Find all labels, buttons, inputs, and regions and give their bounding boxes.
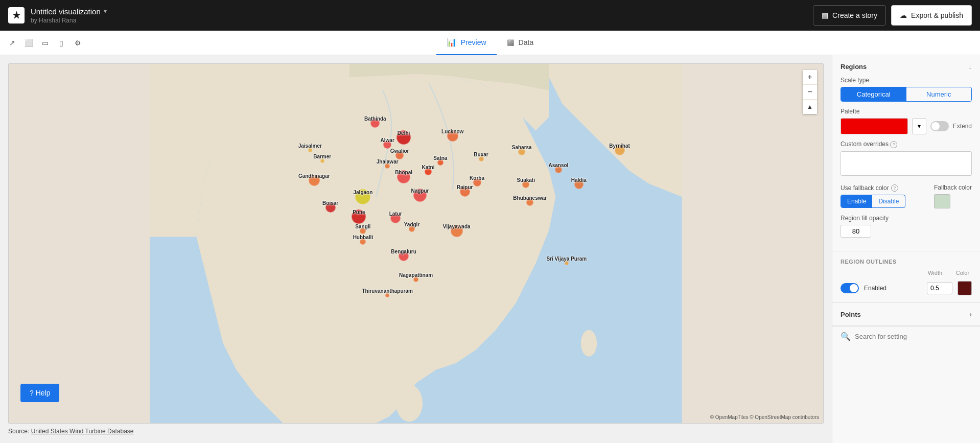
search-bar: 🔍 bbox=[832, 326, 980, 346]
city-bubble bbox=[555, 166, 562, 173]
city-bubble bbox=[447, 130, 458, 142]
help-button[interactable]: ? Help bbox=[20, 384, 59, 402]
search-icon: 🔍 bbox=[841, 332, 851, 341]
right-panel: Regions ↓ Scale type Categorical Numeric… bbox=[832, 55, 980, 443]
palette-controls: ▾ Extend bbox=[841, 118, 972, 134]
extend-label: Extend bbox=[953, 123, 972, 130]
app-logo: ★ bbox=[8, 7, 25, 24]
author-label: by Harshal Rana bbox=[31, 17, 807, 24]
scroll-down-icon: ↓ bbox=[968, 62, 972, 71]
points-label: Points bbox=[841, 311, 861, 318]
outlines-enabled-label: Enabled bbox=[864, 285, 886, 292]
source-link[interactable]: United States Wind Turbine Database bbox=[31, 428, 134, 435]
bubbles-container: BathindaDelhiAlwarJaisalmerBarmerGwalior… bbox=[9, 64, 823, 423]
data-tab-icon: ▦ bbox=[507, 37, 515, 47]
search-input[interactable] bbox=[855, 333, 972, 340]
city-bubble bbox=[395, 151, 404, 159]
map-controls: + − ▲ bbox=[803, 70, 817, 114]
map-area: BathindaDelhiAlwarJaisalmerBarmerGwalior… bbox=[0, 55, 832, 443]
points-section[interactable]: Points › bbox=[832, 303, 980, 326]
city-bubble bbox=[320, 159, 324, 163]
regions-header: Regions ↓ bbox=[841, 62, 972, 71]
city-bubble bbox=[396, 130, 411, 145]
scale-type-tabs: Categorical Numeric bbox=[841, 87, 972, 102]
custom-overrides-textarea[interactable] bbox=[841, 151, 972, 176]
map-container[interactable]: BathindaDelhiAlwarJaisalmerBarmerGwalior… bbox=[8, 63, 824, 424]
tabbar: ↗ ⬜ ▭ ▯ ⚙ 📊 Preview ▦ Data bbox=[0, 31, 980, 55]
desktop-tool-icon[interactable]: ⬜ bbox=[22, 37, 35, 49]
city-bubble bbox=[409, 226, 415, 232]
settings-tool-icon[interactable]: ⚙ bbox=[72, 37, 84, 49]
extend-row: Extend bbox=[930, 121, 972, 131]
extend-toggle[interactable] bbox=[930, 121, 949, 131]
enable-tab[interactable]: Enable bbox=[841, 195, 872, 207]
create-story-button[interactable]: ▤ Create a story bbox=[813, 5, 886, 26]
fallback-controls: Use fallback color ? Enable Disable Fall… bbox=[841, 184, 972, 208]
city-bubble bbox=[370, 119, 380, 128]
outlines-col-headers: Width Color bbox=[841, 270, 972, 278]
custom-overrides-row: Custom overrides ? bbox=[841, 141, 972, 178]
zoom-in-button[interactable]: + bbox=[803, 70, 817, 84]
tablet-tool-icon[interactable]: ▭ bbox=[39, 37, 51, 49]
palette-swatch[interactable] bbox=[841, 118, 908, 134]
categorical-tab[interactable]: Categorical bbox=[841, 87, 906, 101]
export-publish-button[interactable]: ☁ Export & publish bbox=[891, 5, 972, 26]
title-dropdown-icon[interactable]: ▾ bbox=[104, 8, 107, 15]
create-story-label: Create a story bbox=[832, 11, 877, 19]
title-row: Untitled visualization ▾ bbox=[31, 7, 807, 16]
zoom-out-button[interactable]: − bbox=[803, 85, 817, 99]
link-tool-icon[interactable]: ↗ bbox=[6, 37, 18, 49]
city-bubble bbox=[413, 277, 418, 282]
palette-dropdown-button[interactable]: ▾ bbox=[912, 118, 926, 134]
enable-disable-tabs: Enable Disable bbox=[841, 195, 905, 208]
disable-tab[interactable]: Disable bbox=[872, 195, 905, 207]
city-bubble bbox=[479, 156, 484, 161]
city-bubble bbox=[522, 181, 529, 188]
outlines-width-input[interactable] bbox=[927, 282, 952, 294]
palette-label: Palette bbox=[841, 108, 972, 115]
outlines-color-swatch[interactable] bbox=[958, 281, 972, 295]
outlines-header: REGION OUTLINES bbox=[841, 259, 972, 265]
opacity-input[interactable]: 80 bbox=[841, 225, 871, 238]
export-icon: ☁ bbox=[900, 11, 907, 19]
fallback-label: Use fallback color ? bbox=[841, 184, 928, 192]
opacity-row: Region fill opacity 80 bbox=[841, 215, 972, 238]
city-bubble bbox=[526, 199, 533, 206]
city-bubble bbox=[397, 170, 410, 183]
preview-tab-icon: 📊 bbox=[447, 37, 457, 47]
outlines-enabled-toggle[interactable] bbox=[841, 283, 859, 293]
navbar: ★ Untitled visualization ▾ by Harshal Ra… bbox=[0, 0, 980, 31]
fallback-help-icon[interactable]: ? bbox=[891, 184, 898, 192]
regions-section: Regions ↓ Scale type Categorical Numeric… bbox=[832, 55, 980, 251]
compass-button[interactable]: ▲ bbox=[803, 100, 817, 114]
fallback-row: Use fallback color ? Enable Disable Fall… bbox=[841, 184, 972, 208]
tab-data[interactable]: ▦ Data bbox=[497, 31, 544, 55]
color-col-label: Color bbox=[953, 270, 972, 276]
city-bubble bbox=[574, 180, 584, 189]
city-bubble bbox=[360, 228, 366, 234]
custom-overrides-help-icon[interactable]: ? bbox=[890, 141, 897, 148]
scale-type-row: Scale type Categorical Numeric bbox=[841, 77, 972, 102]
city-bubble bbox=[308, 148, 312, 152]
map-source: Source: United States Wind Turbine Datab… bbox=[8, 428, 824, 435]
data-tab-label: Data bbox=[519, 38, 534, 46]
city-bubble bbox=[451, 225, 463, 237]
city-bubble bbox=[390, 213, 401, 223]
map-attribution: © OpenMapTiles © OpenStreetMap contribut… bbox=[710, 414, 819, 420]
region-outlines-section: REGION OUTLINES Width Color Enabled bbox=[832, 251, 980, 303]
outlines-controls: Enabled bbox=[841, 281, 972, 295]
tab-preview[interactable]: 📊 Preview bbox=[436, 31, 497, 55]
city-bubble bbox=[518, 148, 525, 155]
city-bubble bbox=[360, 239, 366, 245]
city-bubble bbox=[399, 251, 409, 261]
city-bubble bbox=[413, 189, 427, 202]
palette-row: Palette ▾ Extend bbox=[841, 108, 972, 134]
city-bubble bbox=[473, 178, 481, 186]
export-label: Export & publish bbox=[911, 11, 963, 19]
fallback-color-swatch[interactable] bbox=[934, 194, 950, 208]
points-header: Points › bbox=[841, 310, 972, 318]
main-content: BathindaDelhiAlwarJaisalmerBarmerGwalior… bbox=[0, 55, 980, 443]
numeric-tab[interactable]: Numeric bbox=[906, 87, 972, 101]
city-bubble bbox=[383, 141, 391, 149]
mobile-tool-icon[interactable]: ▯ bbox=[55, 37, 67, 49]
